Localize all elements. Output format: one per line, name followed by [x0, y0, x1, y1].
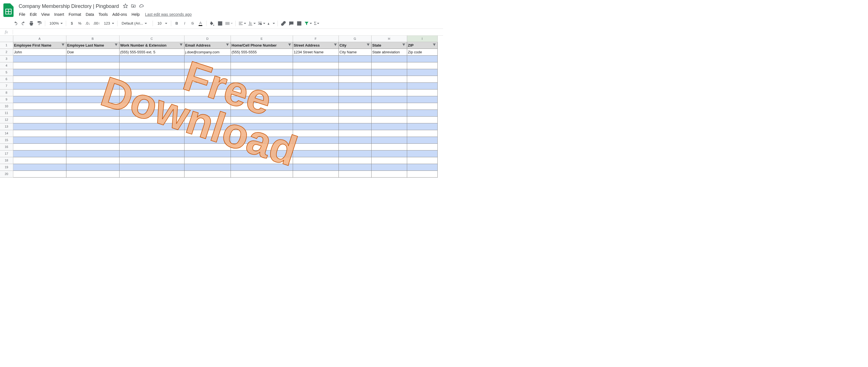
empty-cell[interactable] [184, 157, 230, 164]
empty-cell[interactable] [66, 164, 119, 170]
empty-cell[interactable] [13, 62, 66, 69]
undo-button[interactable] [12, 20, 19, 27]
empty-cell[interactable] [13, 143, 66, 150]
empty-cell[interactable] [13, 89, 66, 96]
empty-cell[interactable] [339, 123, 371, 130]
empty-cell[interactable] [13, 82, 66, 89]
empty-cell[interactable] [407, 164, 437, 170]
empty-cell[interactable] [407, 143, 437, 150]
empty-cell[interactable] [119, 109, 184, 116]
column-header-D[interactable]: D [184, 36, 230, 42]
empty-cell[interactable] [119, 76, 184, 82]
text-color-button[interactable]: A [197, 20, 204, 27]
empty-cell[interactable] [371, 96, 407, 103]
fill-color-button[interactable] [209, 20, 216, 27]
empty-cell[interactable] [13, 164, 66, 170]
data-cell[interactable]: Doe [66, 48, 119, 55]
data-cell[interactable]: (555) 555-5555 [230, 48, 293, 55]
data-cell[interactable]: (555) 555-5555 ext. 5 [119, 48, 184, 55]
horizontal-align-button[interactable] [238, 20, 247, 27]
empty-cell[interactable] [407, 170, 437, 177]
empty-cell[interactable] [66, 109, 119, 116]
increase-decimal-button[interactable]: .00↑ [92, 20, 101, 27]
empty-cell[interactable] [230, 164, 293, 170]
column-header-A[interactable]: A [13, 36, 66, 42]
filter-icon[interactable] [288, 43, 291, 48]
empty-cell[interactable] [66, 76, 119, 82]
empty-cell[interactable] [66, 143, 119, 150]
strikethrough-button[interactable]: S [189, 20, 196, 27]
empty-cell[interactable] [119, 137, 184, 143]
borders-button[interactable] [216, 20, 224, 27]
row-header[interactable]: 11 [0, 109, 13, 116]
print-button[interactable] [28, 20, 35, 27]
filter-icon[interactable] [333, 43, 337, 48]
column-header-E[interactable]: E [230, 36, 293, 42]
empty-cell[interactable] [371, 62, 407, 69]
empty-cell[interactable] [13, 96, 66, 103]
empty-cell[interactable] [407, 150, 437, 157]
empty-cell[interactable] [66, 116, 119, 123]
empty-cell[interactable] [119, 103, 184, 109]
text-rotation-button[interactable] [267, 20, 276, 27]
row-header[interactable]: 5 [0, 69, 13, 76]
empty-cell[interactable] [66, 69, 119, 76]
empty-cell[interactable] [66, 55, 119, 62]
empty-cell[interactable] [293, 123, 339, 130]
empty-cell[interactable] [407, 82, 437, 89]
empty-cell[interactable] [293, 55, 339, 62]
empty-cell[interactable] [66, 96, 119, 103]
header-cell[interactable]: Employee Last Name [66, 42, 119, 48]
insert-comment-button[interactable] [288, 20, 295, 27]
empty-cell[interactable] [293, 82, 339, 89]
empty-cell[interactable] [66, 82, 119, 89]
empty-cell[interactable] [13, 103, 66, 109]
empty-cell[interactable] [339, 157, 371, 164]
empty-cell[interactable] [407, 123, 437, 130]
empty-cell[interactable] [184, 150, 230, 157]
insert-link-button[interactable] [280, 20, 287, 27]
header-cell[interactable]: Employee First Name [13, 42, 66, 48]
empty-cell[interactable] [371, 82, 407, 89]
empty-cell[interactable] [371, 76, 407, 82]
empty-cell[interactable] [66, 62, 119, 69]
empty-cell[interactable] [293, 76, 339, 82]
empty-cell[interactable] [339, 62, 371, 69]
empty-cell[interactable] [230, 103, 293, 109]
empty-cell[interactable] [407, 130, 437, 137]
empty-cell[interactable] [371, 143, 407, 150]
text-wrap-button[interactable] [257, 20, 266, 27]
empty-cell[interactable] [230, 150, 293, 157]
empty-cell[interactable] [339, 103, 371, 109]
column-header-H[interactable]: H [371, 36, 407, 42]
empty-cell[interactable] [230, 157, 293, 164]
zoom-dropdown[interactable]: 100% [47, 20, 64, 27]
row-header[interactable]: 18 [0, 157, 13, 164]
empty-cell[interactable] [293, 62, 339, 69]
font-size-dropdown[interactable]: 10 [155, 20, 169, 27]
format-currency-button[interactable]: $ [68, 20, 75, 27]
empty-cell[interactable] [407, 69, 437, 76]
select-all-cell[interactable] [0, 36, 13, 42]
last-edit-link[interactable]: Last edit was seconds ago [145, 12, 192, 16]
empty-cell[interactable] [371, 69, 407, 76]
empty-cell[interactable] [66, 157, 119, 164]
empty-cell[interactable] [339, 76, 371, 82]
empty-cell[interactable] [119, 123, 184, 130]
empty-cell[interactable] [184, 89, 230, 96]
empty-cell[interactable] [407, 55, 437, 62]
empty-cell[interactable] [293, 109, 339, 116]
empty-cell[interactable] [371, 164, 407, 170]
empty-cell[interactable] [339, 89, 371, 96]
empty-cell[interactable] [371, 103, 407, 109]
empty-cell[interactable] [230, 116, 293, 123]
row-header[interactable]: 8 [0, 89, 13, 96]
column-header-I[interactable]: I [407, 36, 437, 42]
empty-cell[interactable] [371, 89, 407, 96]
spreadsheet-grid[interactable]: ABCDEFGHI1Employee First NameEmployee La… [0, 36, 443, 177]
vertical-align-button[interactable] [247, 20, 256, 27]
empty-cell[interactable] [407, 109, 437, 116]
star-icon[interactable] [123, 3, 128, 9]
empty-cell[interactable] [293, 103, 339, 109]
bold-button[interactable]: B [173, 20, 181, 27]
